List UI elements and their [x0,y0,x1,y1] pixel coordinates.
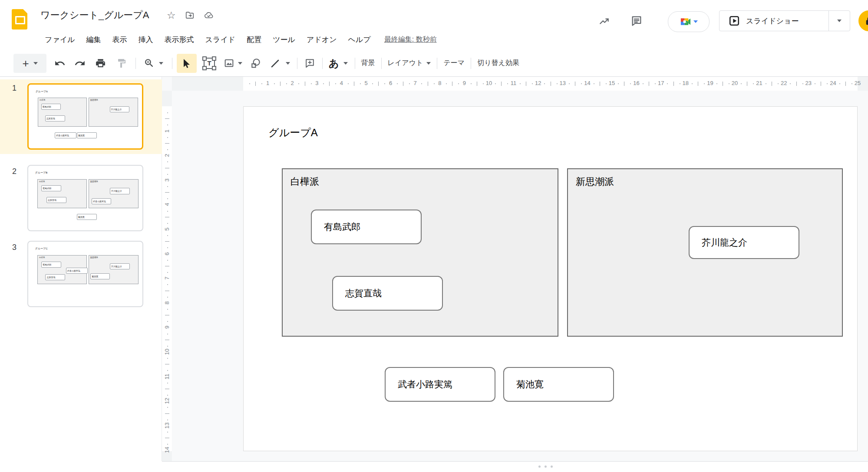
cloud-saved-icon[interactable] [204,10,214,20]
group-box-shirakaba[interactable]: 白樺派 有島武郎 志賀直哉 [282,168,558,337]
mini-slide-title: グループC [35,247,48,251]
chevron-down-icon [693,20,698,23]
comment-history-icon[interactable] [630,15,643,27]
share-button[interactable] [858,10,868,31]
ruler-tick [692,83,693,84]
filmstrip-panel: 1 グループA 白樺派 新思潮派 有島武郎 志賀直哉 芥川龍之介 武者小路実篤 … [0,77,162,461]
insert-line-button[interactable] [270,58,281,69]
name-box-arishima[interactable]: 有島武郎 [311,210,422,244]
slide-canvas[interactable]: グループA 白樺派 有島武郎 志賀直哉 新思潮派 芥川龍之介 武者小路実篤 菊池… [172,91,868,461]
slide-thumbnail-1[interactable]: グループA 白樺派 新思潮派 有島武郎 志賀直哉 芥川龍之介 武者小路実篤 菊池… [27,83,143,150]
menu-format[interactable]: 表示形式 [159,35,200,45]
ruler-tick [165,413,169,414]
h-ruler-track: 1234567891011121314151617181920212223242… [243,77,858,91]
group-label[interactable]: 新思潮派 [576,175,614,188]
ruler-tick [667,83,668,84]
background-button[interactable]: 背景 [361,59,375,68]
toolbar: + T [0,50,868,77]
activity-dashboard-icon[interactable] [598,16,611,28]
ruler-tick [630,83,631,84]
select-tool-button[interactable] [177,54,197,73]
menu-tools[interactable]: ツール [267,35,301,45]
meet-join-button[interactable] [668,11,710,32]
insert-image-button[interactable] [224,58,234,69]
slide-thumbnail-3[interactable]: グループC 白樺派 新思潮派 有島武郎 武者小路実篤 志賀直哉 芥川龍之介 菊池… [27,241,143,307]
name-box-kikuchi[interactable]: 菊池寛 [503,367,614,402]
ruler-number: 19 [707,80,713,86]
redo-button[interactable] [74,58,86,69]
slideshow-button[interactable]: スライドショー [719,10,850,31]
ruler-number: 7 [414,80,417,86]
slideshow-options-button[interactable] [828,11,850,31]
move-folder-icon[interactable] [185,10,195,20]
ruler-number: 2 [164,151,170,161]
ruler-tick [747,82,747,86]
toolbar-separator [381,58,382,69]
mini-name-box: 有島武郎 [41,262,61,268]
layout-button[interactable]: レイアウト [388,59,431,68]
ruler-number: 23 [805,80,812,86]
document-title[interactable]: ワークシート_グループA [40,9,149,22]
name-box-mushakoji[interactable]: 武者小路実篤 [385,367,495,402]
ruler-tick [796,82,797,86]
star-icon[interactable]: ☆ [167,10,176,20]
menu-slide[interactable]: スライド [200,35,241,45]
chevron-down-icon[interactable] [238,62,242,65]
ruler-tick [167,297,168,298]
mini-name-box: 有島武郎 [41,185,61,191]
text-box-button[interactable]: T [204,58,215,69]
ruler-tick [165,291,169,291]
theme-button[interactable]: テーマ [443,59,465,68]
mini-group-box: 白樺派 [37,179,87,209]
menu-view[interactable]: 表示 [107,35,133,45]
chevron-down-icon [837,20,842,22]
insert-comment-button[interactable] [304,58,315,69]
slide-title-text[interactable]: グループA [268,126,318,140]
menu-arrange[interactable]: 配置 [241,35,267,45]
ruler-tick [167,247,168,248]
group-box-shinshicho[interactable]: 新思潮派 芥川龍之介 [567,168,843,337]
new-slide-button[interactable]: + [13,54,46,73]
transition-button[interactable]: 切り替え効果 [477,59,519,68]
undo-button[interactable] [54,58,66,69]
last-edited-link[interactable]: 最終編集: 数秒前 [384,35,437,44]
ruler-number: 9 [164,322,170,332]
name-box-akutagawa[interactable]: 芥川龍之介 [689,226,799,259]
ruler-tick [354,82,354,86]
mini-slide-title: グループA [36,90,48,94]
ruler-tick [167,309,168,310]
ruler-tick [495,83,496,84]
menu-addons[interactable]: アドオン [301,35,343,45]
chevron-down-icon[interactable] [33,62,38,65]
ruler-number: 3 [315,80,318,86]
ruler-number: 12 [164,396,170,406]
paint-format-button[interactable] [116,58,127,69]
slide-thumbnail-2[interactable]: グループB 白樺派 新思潮派 有島武郎 志賀直哉 芥川龍之介 武者小路実篤 菊池… [27,165,143,231]
ruler-tick [378,82,379,86]
mini-name-box: 武者小路実篤 [55,132,76,138]
ruler-tick [311,83,312,84]
insert-shape-button[interactable] [250,58,261,69]
ruler-number: 6 [389,80,392,86]
slides-logo-icon[interactable] [12,9,27,30]
menu-edit[interactable]: 編集 [81,35,107,45]
menu-insert[interactable]: 挿入 [133,35,159,45]
menu-file[interactable]: ファイル [39,35,81,45]
ruler-tick [384,83,385,84]
ruler-number: 12 [535,80,541,86]
zoom-button[interactable] [144,58,155,69]
group-label[interactable]: 白樺派 [290,175,319,188]
menu-help[interactable]: ヘルプ [343,35,376,45]
name-box-shiga[interactable]: 志賀直哉 [332,276,443,311]
chevron-down-icon[interactable] [343,62,348,65]
notes-resize-handle[interactable] [538,465,553,468]
input-tools-button[interactable]: あ [329,58,339,69]
chevron-down-icon[interactable] [159,62,163,65]
current-slide[interactable]: グループA 白樺派 有島武郎 志賀直哉 新思潮派 芥川龍之介 武者小路実篤 菊池… [243,106,858,451]
chevron-down-icon[interactable] [286,62,290,65]
print-button[interactable] [95,58,106,69]
ruler-tick [483,83,484,84]
toolbar-separator [471,58,471,69]
ruler-tick [167,420,168,420]
ruler-number: 6 [164,249,170,259]
